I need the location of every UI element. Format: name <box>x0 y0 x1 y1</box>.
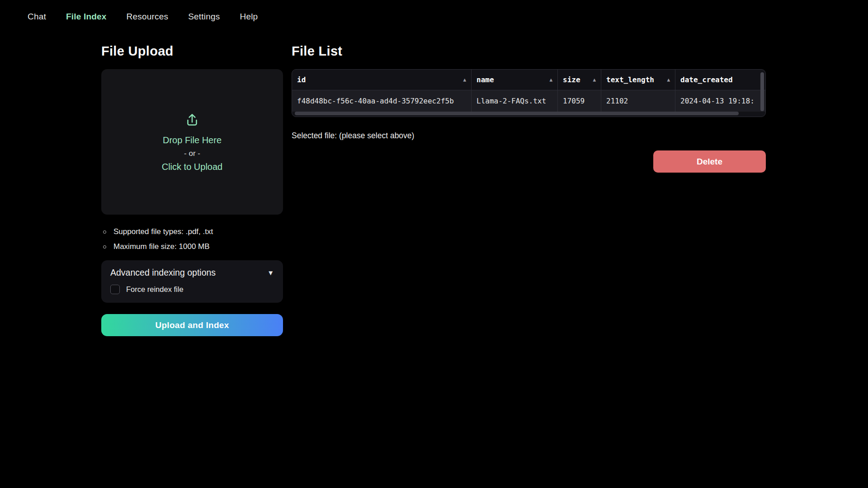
force-reindex-label: Force reindex file <box>126 285 184 294</box>
selected-file-status: Selected file: (please select above) <box>292 131 766 141</box>
file-list-panel: File List id ▲ name ▲ size ▲ text_length… <box>292 44 766 141</box>
cell-text-length: 21102 <box>601 90 675 112</box>
horizontal-scrollbar[interactable] <box>295 112 739 115</box>
bullet-icon <box>103 245 106 249</box>
sort-ascending-icon[interactable]: ▲ <box>667 77 670 83</box>
tab-chat[interactable]: Chat <box>28 12 46 22</box>
file-list-title: File List <box>292 44 766 59</box>
cell-date-created: 2024-04-13 19:18: <box>675 90 765 112</box>
upload-and-index-button[interactable]: Upload and Index <box>101 314 283 336</box>
sort-ascending-icon[interactable]: ▲ <box>549 77 552 83</box>
tab-help[interactable]: Help <box>240 12 258 22</box>
cell-name: Llama-2-FAQs.txt <box>472 90 558 112</box>
bullet-icon <box>103 230 106 234</box>
note-text: Maximum file size: 1000 MB <box>113 242 210 251</box>
tab-resources[interactable]: Resources <box>127 12 169 22</box>
column-label: date_created <box>680 75 733 84</box>
chevron-down-icon: ▼ <box>267 269 274 277</box>
column-label: text_length <box>606 75 654 84</box>
force-reindex-checkbox-row[interactable]: Force reindex file <box>110 285 274 294</box>
advanced-options-header[interactable]: Advanced indexing options ▼ <box>110 267 274 278</box>
column-label: size <box>563 75 580 84</box>
tab-bar: Chat File Index Resources Settings Help <box>0 0 868 22</box>
cell-size: 17059 <box>558 90 601 112</box>
column-label: id <box>297 75 306 84</box>
file-table: id ▲ name ▲ size ▲ text_length ▲ date_cr… <box>292 69 766 117</box>
file-upload-title: File Upload <box>101 44 283 59</box>
note-supported-types: Supported file types: .pdf, .txt <box>103 227 283 236</box>
column-header-name[interactable]: name ▲ <box>472 70 558 90</box>
advanced-options-accordion: Advanced indexing options ▼ Force reinde… <box>101 260 283 303</box>
vertical-scrollbar[interactable] <box>760 72 764 111</box>
force-reindex-checkbox[interactable] <box>110 285 120 294</box>
delete-button[interactable]: Delete <box>653 150 766 173</box>
column-header-size[interactable]: size ▲ <box>558 70 601 90</box>
tab-settings[interactable]: Settings <box>188 12 220 22</box>
file-dropzone[interactable]: Drop File Here - or - Click to Upload <box>101 69 283 215</box>
column-label: name <box>476 75 494 84</box>
file-table-header-row: id ▲ name ▲ size ▲ text_length ▲ date_cr… <box>292 70 765 90</box>
advanced-options-title: Advanced indexing options <box>110 267 216 278</box>
column-header-text-length[interactable]: text_length ▲ <box>601 70 675 90</box>
sort-ascending-icon[interactable]: ▲ <box>593 77 596 83</box>
sort-ascending-icon[interactable]: ▲ <box>463 77 466 83</box>
note-text: Supported file types: .pdf, .txt <box>113 227 213 236</box>
column-header-id[interactable]: id ▲ <box>292 70 472 90</box>
table-row[interactable]: f48d48bc-f56c-40aa-ad4d-35792eec2f5b Lla… <box>292 90 765 112</box>
note-max-size: Maximum file size: 1000 MB <box>103 242 283 251</box>
upload-icon <box>184 112 201 131</box>
click-to-upload-link[interactable]: Click to Upload <box>162 162 223 172</box>
drop-file-here-label: Drop File Here <box>163 135 222 145</box>
cell-id: f48d48bc-f56c-40aa-ad4d-35792eec2f5b <box>292 90 472 112</box>
or-label: - or - <box>184 149 200 158</box>
upload-notes-list: Supported file types: .pdf, .txt Maximum… <box>101 227 283 251</box>
file-upload-panel: File Upload Drop File Here - or - Click … <box>101 44 283 336</box>
column-header-date-created[interactable]: date_created <box>675 70 765 90</box>
tab-file-index[interactable]: File Index <box>66 12 107 22</box>
